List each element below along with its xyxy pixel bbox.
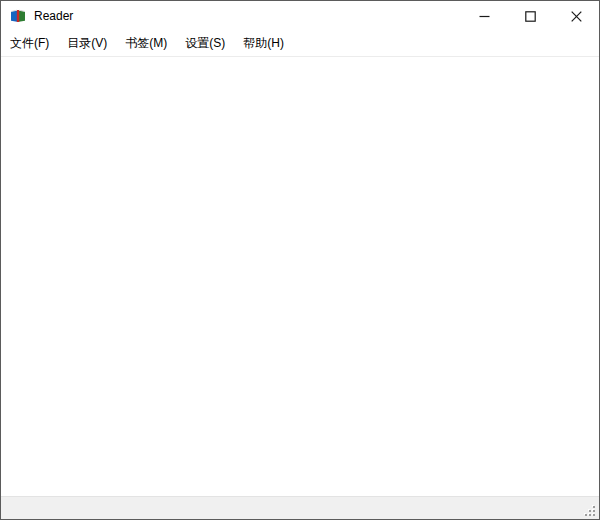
close-button[interactable] xyxy=(553,1,599,31)
menu-item-settings[interactable]: 设置(S) xyxy=(176,31,234,56)
window-title: Reader xyxy=(34,9,73,23)
statusbar xyxy=(1,496,599,519)
maximize-icon xyxy=(525,11,536,22)
maximize-button[interactable] xyxy=(507,1,553,31)
minimize-icon xyxy=(479,11,490,22)
menu-item-file[interactable]: 文件(F) xyxy=(1,31,58,56)
resize-grip-icon[interactable] xyxy=(583,503,596,516)
menu-item-help[interactable]: 帮助(H) xyxy=(234,31,293,56)
titlebar[interactable]: Reader xyxy=(1,1,599,31)
menu-item-contents-label: 目录(V) xyxy=(67,35,107,52)
close-icon xyxy=(571,11,582,22)
menu-item-help-label: 帮助(H) xyxy=(243,35,284,52)
reader-window: Reader xyxy=(0,0,600,520)
book-icon xyxy=(10,8,26,24)
menu-item-file-label: 文件(F) xyxy=(10,35,49,52)
menu-item-bookmarks[interactable]: 书签(M) xyxy=(116,31,176,56)
menu-item-bookmarks-label: 书签(M) xyxy=(125,35,167,52)
menu-item-settings-label: 设置(S) xyxy=(185,35,225,52)
reader-content-area xyxy=(1,57,599,496)
menu-item-contents[interactable]: 目录(V) xyxy=(58,31,116,56)
menubar: 文件(F) 目录(V) 书签(M) 设置(S) 帮助(H) xyxy=(1,31,599,57)
minimize-button[interactable] xyxy=(461,1,507,31)
